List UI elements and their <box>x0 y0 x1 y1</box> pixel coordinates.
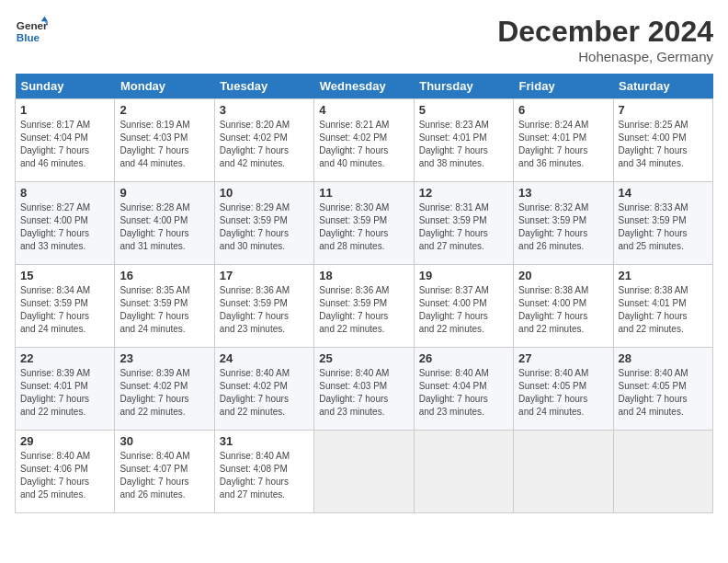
day-info: Sunrise: 8:23 AM Sunset: 4:01 PM Dayligh… <box>419 119 508 170</box>
day-number: 23 <box>119 351 209 365</box>
calendar-cell: 10Sunrise: 8:29 AM Sunset: 3:59 PM Dayli… <box>214 182 313 265</box>
title-area: December 2024 Hohenaspe, Germany <box>497 15 713 64</box>
day-info: Sunrise: 8:31 AM Sunset: 3:59 PM Dayligh… <box>419 201 508 253</box>
day-info: Sunrise: 8:40 AM Sunset: 4:06 PM Dayligh… <box>20 450 109 501</box>
header: General Blue December 2024 Hohenaspe, Ge… <box>15 15 713 64</box>
day-info: Sunrise: 8:32 AM Sunset: 3:59 PM Dayligh… <box>518 201 608 253</box>
day-number: 5 <box>419 103 508 117</box>
calendar-cell: 1Sunrise: 8:17 AM Sunset: 4:04 PM Daylig… <box>16 99 115 182</box>
calendar-cell: 18Sunrise: 8:36 AM Sunset: 3:59 PM Dayli… <box>314 265 414 348</box>
day-header-saturday: Saturday <box>613 74 712 99</box>
calendar-cell: 2Sunrise: 8:19 AM Sunset: 4:03 PM Daylig… <box>115 99 214 182</box>
day-number: 19 <box>419 269 508 282</box>
day-number: 20 <box>518 269 608 282</box>
day-info: Sunrise: 8:27 AM Sunset: 4:00 PM Dayligh… <box>20 201 109 253</box>
logo: General Blue <box>15 15 48 48</box>
calendar-cell: 17Sunrise: 8:36 AM Sunset: 3:59 PM Dayli… <box>214 265 313 348</box>
calendar-cell: 3Sunrise: 8:20 AM Sunset: 4:02 PM Daylig… <box>214 99 313 182</box>
calendar-cell: 31Sunrise: 8:40 AM Sunset: 4:08 PM Dayli… <box>214 431 313 513</box>
calendar-cell: 4Sunrise: 8:21 AM Sunset: 4:02 PM Daylig… <box>314 99 414 182</box>
calendar-cell: 21Sunrise: 8:38 AM Sunset: 4:01 PM Dayli… <box>613 265 712 348</box>
calendar-cell: 7Sunrise: 8:25 AM Sunset: 4:00 PM Daylig… <box>613 99 712 182</box>
day-number: 9 <box>119 186 209 200</box>
day-number: 14 <box>619 186 708 200</box>
calendar-table: SundayMondayTuesdayWednesdayThursdayFrid… <box>15 74 713 513</box>
day-info: Sunrise: 8:39 AM Sunset: 4:01 PM Dayligh… <box>20 367 109 419</box>
day-header-wednesday: Wednesday <box>314 74 414 99</box>
day-number: 4 <box>319 103 408 117</box>
day-number: 13 <box>518 186 608 200</box>
day-info: Sunrise: 8:33 AM Sunset: 3:59 PM Dayligh… <box>619 201 708 253</box>
calendar-cell: 23Sunrise: 8:39 AM Sunset: 4:02 PM Dayli… <box>115 348 214 431</box>
day-info: Sunrise: 8:30 AM Sunset: 3:59 PM Dayligh… <box>319 201 408 253</box>
calendar-cell: 9Sunrise: 8:28 AM Sunset: 4:00 PM Daylig… <box>115 182 214 265</box>
day-info: Sunrise: 8:40 AM Sunset: 4:05 PM Dayligh… <box>619 367 708 419</box>
day-info: Sunrise: 8:20 AM Sunset: 4:02 PM Dayligh… <box>220 119 309 170</box>
week-row: 1Sunrise: 8:17 AM Sunset: 4:04 PM Daylig… <box>16 99 713 182</box>
day-number: 10 <box>220 186 309 200</box>
calendar-cell: 13Sunrise: 8:32 AM Sunset: 3:59 PM Dayli… <box>514 182 613 265</box>
day-number: 24 <box>220 351 309 365</box>
day-header-thursday: Thursday <box>414 74 513 99</box>
day-number: 1 <box>20 103 109 117</box>
week-row: 8Sunrise: 8:27 AM Sunset: 4:00 PM Daylig… <box>16 182 713 265</box>
calendar-cell: 20Sunrise: 8:38 AM Sunset: 4:00 PM Dayli… <box>514 265 613 348</box>
day-number: 11 <box>319 186 408 200</box>
logo-icon: General Blue <box>15 15 48 48</box>
month-title: December 2024 <box>497 15 713 49</box>
day-number: 7 <box>619 103 708 117</box>
day-number: 30 <box>119 434 209 448</box>
day-number: 16 <box>119 269 209 282</box>
calendar-cell: 24Sunrise: 8:40 AM Sunset: 4:02 PM Dayli… <box>214 348 313 431</box>
day-header-sunday: Sunday <box>16 74 115 99</box>
day-info: Sunrise: 8:28 AM Sunset: 4:00 PM Dayligh… <box>119 201 209 253</box>
svg-text:Blue: Blue <box>17 31 40 43</box>
day-number: 8 <box>20 186 109 200</box>
day-info: Sunrise: 8:24 AM Sunset: 4:01 PM Dayligh… <box>518 119 608 170</box>
day-info: Sunrise: 8:36 AM Sunset: 3:59 PM Dayligh… <box>220 284 309 336</box>
location-subtitle: Hohenaspe, Germany <box>497 49 713 64</box>
day-number: 27 <box>518 351 608 365</box>
day-info: Sunrise: 8:21 AM Sunset: 4:02 PM Dayligh… <box>319 119 408 170</box>
day-info: Sunrise: 8:19 AM Sunset: 4:03 PM Dayligh… <box>119 119 209 170</box>
day-info: Sunrise: 8:37 AM Sunset: 4:00 PM Dayligh… <box>419 284 508 336</box>
day-info: Sunrise: 8:39 AM Sunset: 4:02 PM Dayligh… <box>119 367 209 419</box>
day-info: Sunrise: 8:17 AM Sunset: 4:04 PM Dayligh… <box>20 119 109 170</box>
day-info: Sunrise: 8:38 AM Sunset: 4:01 PM Dayligh… <box>619 284 708 336</box>
calendar-cell: 27Sunrise: 8:40 AM Sunset: 4:05 PM Dayli… <box>514 348 613 431</box>
day-number: 22 <box>20 351 109 365</box>
calendar-cell: 25Sunrise: 8:40 AM Sunset: 4:03 PM Dayli… <box>314 348 414 431</box>
day-info: Sunrise: 8:25 AM Sunset: 4:00 PM Dayligh… <box>619 119 708 170</box>
day-info: Sunrise: 8:40 AM Sunset: 4:07 PM Dayligh… <box>119 450 209 501</box>
calendar-cell: 5Sunrise: 8:23 AM Sunset: 4:01 PM Daylig… <box>414 99 513 182</box>
calendar-cell: 30Sunrise: 8:40 AM Sunset: 4:07 PM Dayli… <box>115 431 214 513</box>
week-row: 22Sunrise: 8:39 AM Sunset: 4:01 PM Dayli… <box>16 348 713 431</box>
calendar-cell <box>314 431 414 513</box>
day-info: Sunrise: 8:40 AM Sunset: 4:05 PM Dayligh… <box>518 367 608 419</box>
day-info: Sunrise: 8:29 AM Sunset: 3:59 PM Dayligh… <box>220 201 309 253</box>
week-row: 29Sunrise: 8:40 AM Sunset: 4:06 PM Dayli… <box>16 431 713 513</box>
day-info: Sunrise: 8:40 AM Sunset: 4:04 PM Dayligh… <box>419 367 508 419</box>
day-header-monday: Monday <box>115 74 214 99</box>
day-info: Sunrise: 8:36 AM Sunset: 3:59 PM Dayligh… <box>319 284 408 336</box>
day-number: 21 <box>619 269 708 282</box>
day-header-tuesday: Tuesday <box>214 74 313 99</box>
calendar-cell: 8Sunrise: 8:27 AM Sunset: 4:00 PM Daylig… <box>16 182 115 265</box>
calendar-cell: 29Sunrise: 8:40 AM Sunset: 4:06 PM Dayli… <box>16 431 115 513</box>
calendar-cell: 28Sunrise: 8:40 AM Sunset: 4:05 PM Dayli… <box>613 348 712 431</box>
day-info: Sunrise: 8:40 AM Sunset: 4:08 PM Dayligh… <box>220 450 309 501</box>
day-info: Sunrise: 8:40 AM Sunset: 4:02 PM Dayligh… <box>220 367 309 419</box>
calendar-cell: 6Sunrise: 8:24 AM Sunset: 4:01 PM Daylig… <box>514 99 613 182</box>
calendar-cell <box>613 431 712 513</box>
day-number: 3 <box>220 103 309 117</box>
calendar-cell: 19Sunrise: 8:37 AM Sunset: 4:00 PM Dayli… <box>414 265 513 348</box>
calendar-cell <box>414 431 513 513</box>
day-info: Sunrise: 8:40 AM Sunset: 4:03 PM Dayligh… <box>319 367 408 419</box>
day-number: 31 <box>220 434 309 448</box>
calendar-cell: 22Sunrise: 8:39 AM Sunset: 4:01 PM Dayli… <box>16 348 115 431</box>
day-number: 12 <box>419 186 508 200</box>
day-info: Sunrise: 8:38 AM Sunset: 4:00 PM Dayligh… <box>518 284 608 336</box>
day-info: Sunrise: 8:34 AM Sunset: 3:59 PM Dayligh… <box>20 284 109 336</box>
calendar-cell <box>514 431 613 513</box>
day-number: 25 <box>319 351 408 365</box>
